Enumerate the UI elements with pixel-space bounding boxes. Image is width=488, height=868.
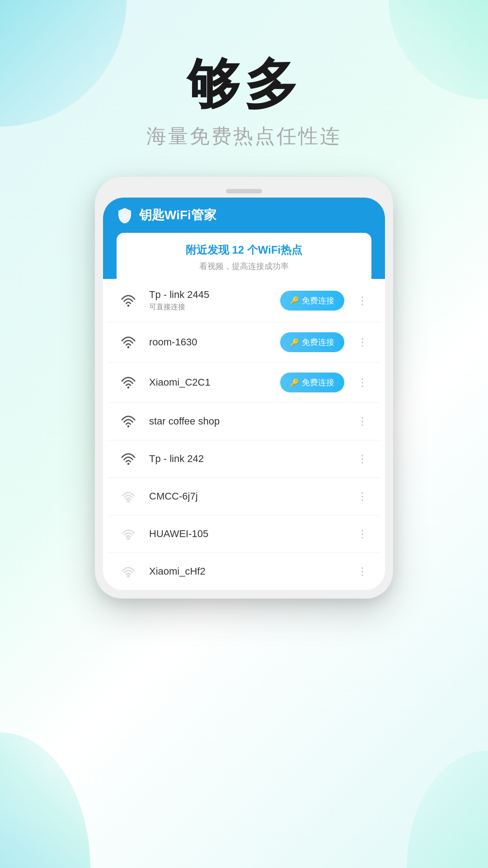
key-icon: 🔑: [290, 378, 299, 387]
free-connect-button[interactable]: 🔑免费连接: [280, 291, 344, 311]
free-connect-button[interactable]: 🔑免费连接: [280, 332, 344, 352]
wifi-info: HUAWEI-105: [149, 528, 344, 540]
page-content: 够多 海量免费热点任性连 钥匙WiFi管家: [0, 0, 488, 599]
svg-point-5: [127, 463, 130, 465]
free-connect-button[interactable]: 🔑免费连接: [280, 373, 344, 392]
wifi-info: Xiaomi_C2C1: [149, 377, 271, 388]
phone-mockup: 钥匙WiFi管家 附近发现 12 个WiFi热点 看视频，提高连接成功率 Tp …: [95, 177, 393, 599]
discovery-sub: 看视频，提高连接成功率: [130, 261, 358, 272]
wifi-name: Tp - link 2445: [149, 289, 271, 301]
wifi-icon-wrap: [117, 563, 140, 580]
wifi-icon-wrap: [117, 450, 140, 467]
wifi-name: star coffee shop: [149, 415, 344, 427]
wifi-info: Xiaomi_cHf2: [149, 566, 344, 577]
svg-point-4: [127, 425, 130, 428]
key-icon: 🔑: [290, 296, 299, 305]
svg-point-0: [124, 218, 126, 219]
wifi-info: Tp - link 2445可直接连接: [149, 289, 271, 312]
wifi-list-item: Xiaomi_cHf2⋮: [108, 553, 380, 590]
app-header: 钥匙WiFi管家 附近发现 12 个WiFi热点 看视频，提高连接成功率: [103, 198, 385, 279]
more-options-button[interactable]: ⋮: [353, 292, 371, 309]
wifi-icon-wrap: [117, 488, 140, 505]
app-title-row: 钥匙WiFi管家: [117, 207, 371, 224]
shield-wifi-icon: [117, 207, 133, 223]
wifi-name: room-1630: [149, 336, 271, 348]
subheadline: 海量免费热点任性连: [146, 123, 342, 150]
svg-point-3: [127, 387, 130, 389]
more-options-button[interactable]: ⋮: [353, 488, 371, 505]
more-options-button[interactable]: ⋮: [353, 334, 371, 350]
wifi-info: room-1630: [149, 336, 271, 348]
more-options-button[interactable]: ⋮: [353, 526, 371, 542]
wifi-name: HUAWEI-105: [149, 528, 344, 540]
connect-btn-label: 免费连接: [302, 377, 334, 388]
wifi-name: Tp - link 242: [149, 453, 344, 465]
svg-rect-11: [127, 575, 130, 577]
wifi-open-icon: [120, 450, 137, 467]
wifi-icon-wrap: [117, 334, 140, 351]
more-options-button[interactable]: ⋮: [353, 563, 371, 580]
wifi-locked-icon: [120, 525, 137, 542]
wifi-icon-wrap: [117, 292, 140, 309]
more-options-button[interactable]: ⋮: [353, 451, 371, 467]
wifi-name: Xiaomi_cHf2: [149, 566, 344, 577]
notch-bar: [226, 189, 262, 193]
more-options-button[interactable]: ⋮: [353, 413, 371, 429]
connect-btn-label: 免费连接: [302, 337, 334, 348]
wifi-list-item: room-1630🔑免费连接⋮: [108, 322, 380, 363]
corner-decoration-br: [407, 750, 488, 868]
wifi-open-icon: [120, 334, 137, 351]
wifi-info: Tp - link 242: [149, 453, 344, 465]
wifi-info: CMCC-6j7j: [149, 491, 344, 502]
wifi-open-icon: [120, 374, 137, 391]
headline: 够多: [186, 54, 302, 114]
svg-rect-7: [127, 500, 130, 502]
wifi-locked-icon: [120, 488, 137, 505]
discovery-banner: 附近发现 12 个WiFi热点 看视频，提高连接成功率: [117, 233, 371, 279]
wifi-icon-wrap: [117, 374, 140, 391]
wifi-list-item: CMCC-6j7j⋮: [108, 478, 380, 515]
discovery-title: 附近发现 12 个WiFi热点: [130, 243, 358, 257]
wifi-icon-wrap: [117, 413, 140, 430]
wifi-sub: 可直接连接: [149, 302, 271, 312]
svg-rect-9: [127, 537, 130, 540]
wifi-info: star coffee shop: [149, 415, 344, 427]
wifi-list: Tp - link 2445可直接连接🔑免费连接⋮ room-1630🔑免费连接…: [103, 279, 385, 590]
svg-point-1: [127, 304, 130, 307]
wifi-name: Xiaomi_C2C1: [149, 377, 271, 388]
more-options-button[interactable]: ⋮: [353, 374, 371, 391]
app-title-text: 钥匙WiFi管家: [139, 207, 216, 224]
wifi-list-item: Tp - link 2445可直接连接🔑免费连接⋮: [108, 279, 380, 322]
wifi-list-item: Xiaomi_C2C1🔑免费连接⋮: [108, 363, 380, 403]
corner-decoration-bl: [0, 732, 90, 868]
key-icon: 🔑: [290, 338, 299, 347]
phone-notch: [208, 185, 280, 198]
wifi-icon-wrap: [117, 525, 140, 542]
wifi-name: CMCC-6j7j: [149, 491, 344, 502]
wifi-list-item: star coffee shop⋮: [108, 403, 380, 440]
svg-point-2: [127, 346, 130, 349]
wifi-open-icon: [120, 413, 137, 430]
connect-btn-label: 免费连接: [302, 295, 334, 306]
wifi-list-item: Tp - link 242⋮: [108, 440, 380, 478]
phone-inner: 钥匙WiFi管家 附近发现 12 个WiFi热点 看视频，提高连接成功率 Tp …: [103, 198, 385, 590]
wifi-list-item: HUAWEI-105⋮: [108, 515, 380, 553]
wifi-open-icon: [120, 292, 137, 309]
wifi-locked-icon: [120, 563, 137, 580]
